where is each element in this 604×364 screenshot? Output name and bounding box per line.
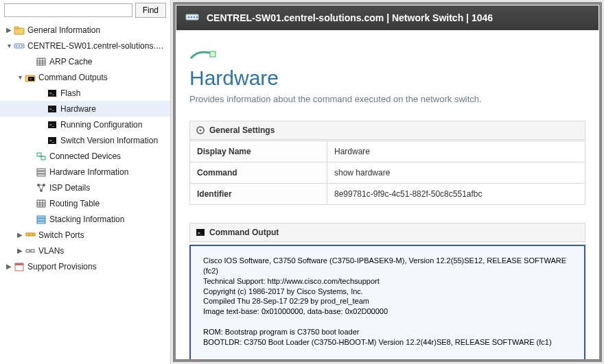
command-output-text: Cisco IOS Software, C3750 Software (C375… [189,245,585,362]
chevron-right-icon[interactable]: ▶ [4,263,14,270]
svg-point-54 [196,16,198,18]
tree-label: Connected Devices [49,151,167,161]
rack-icon [36,167,47,178]
table-row: Identifier 8e99781c-9f9c-4c51-882f-50c8c… [190,184,585,205]
switch-icon [185,10,200,25]
svg-rect-22 [37,153,41,156]
content-body: Hardware Provides information about the … [176,31,599,362]
tree-item-running-config[interactable]: >_ Running Configuration [0,117,170,132]
svg-text:>_: >_ [198,231,203,235]
svg-rect-45 [26,250,30,252]
tree-item-stacking-info[interactable]: Stacking Information [0,211,170,227]
folder-icon [14,25,25,36]
kv-value: show hardware [327,162,585,184]
svg-text:>_: >_ [49,138,55,143]
find-button[interactable]: Find [135,3,166,18]
svg-point-4 [19,45,20,47]
kv-value: Hardware [327,141,585,162]
tree-label: CENTREL-SW01.centrel-solutions.com [27,41,167,51]
tree-item-switch-version[interactable]: >_ Switch Version Information [0,132,170,148]
tree-item-routing-table[interactable]: Routing Table [0,195,170,211]
gear-icon [196,125,205,135]
svg-rect-40 [37,219,45,221]
page-header-title: CENTREL-SW01.centrel-solutions.com | Net… [207,12,493,23]
tree-item-vlans[interactable]: ▶ VLANs [0,243,170,258]
tree-label: Command Outputs [38,73,167,82]
tree-item-isp-details[interactable]: ISP Details [0,180,170,195]
tree-item-switch-ports[interactable]: ▶ Switch Ports [0,227,170,243]
tree-label: Hardware Information [49,167,167,177]
nav-tree: ▶ General Information ▾ CENTREL-SW01.cen… [0,22,170,364]
svg-rect-39 [37,216,45,218]
svg-text:>: > [30,77,32,81]
chevron-down-icon[interactable]: ▾ [4,42,14,49]
tree-label: Switch Ports [38,230,167,240]
svg-rect-34 [37,200,45,207]
svg-rect-1 [14,27,19,29]
chevron-right-icon[interactable]: ▶ [4,26,14,34]
tree-item-support-provisions[interactable]: ▶ Support Provisions [0,258,170,274]
tree-item-general-information[interactable]: ▶ General Information [0,22,170,38]
tree-item-connected-devices[interactable]: Connected Devices [0,148,170,164]
table-row: Command show hardware [190,162,585,184]
tree-label: ISP Details [49,183,167,193]
chevron-down-icon[interactable]: ▾ [15,73,25,81]
tree-label: Hardware [60,104,167,114]
network-icon [36,182,47,193]
switch-icon [14,40,25,51]
tree-item-host[interactable]: ▾ CENTREL-SW01.centrel-solutions.com [0,38,170,53]
content-scroll[interactable]: CENTREL-SW01.centrel-solutions.com | Net… [173,2,602,362]
svg-point-5 [21,45,23,47]
section-label: Command Output [209,228,279,237]
tree-label: Running Configuration [60,120,167,130]
tree-item-arp-cache[interactable]: ARP Cache [0,53,170,69]
tree-label: General Information [27,25,167,35]
search-input[interactable] [4,3,132,17]
terminal-icon: >_ [196,228,205,237]
search-row: Find [0,0,170,22]
content-area: CENTREL-SW01.centrel-solutions.com | Net… [171,0,604,364]
svg-rect-26 [37,171,45,173]
terminal-folder-icon: > [25,72,36,83]
svg-point-51 [188,16,189,18]
svg-rect-55 [210,51,216,57]
svg-rect-44 [33,233,35,236]
terminal-icon: >_ [47,119,58,130]
kv-key: Command [190,162,327,184]
svg-rect-49 [15,263,23,265]
svg-rect-46 [31,250,34,252]
tree-label: VLANs [38,246,167,256]
tree-item-hardware-info[interactable]: Hardware Information [0,164,170,180]
svg-rect-43 [30,233,32,236]
section-general-settings: General Settings [189,121,585,140]
calendar-icon [14,261,25,272]
tree-label: Flash [60,88,167,98]
svg-text:>_: >_ [49,107,55,111]
svg-rect-27 [37,174,45,176]
table-icon [36,198,47,209]
svg-point-53 [194,16,195,18]
tree-item-hardware[interactable]: >_ Hardware [0,101,170,117]
page-subtitle: Provides information about the command e… [189,94,585,104]
chevron-right-icon[interactable]: ▶ [15,247,25,254]
chevron-right-icon[interactable]: ▶ [15,231,25,239]
kv-key: Identifier [190,184,327,205]
svg-text:>_: >_ [49,91,55,95]
tree-item-command-outputs[interactable]: ▾ > Command Outputs [0,69,170,85]
tree-label: ARP Cache [49,57,167,66]
terminal-icon: >_ [47,104,58,114]
svg-text:>_: >_ [49,123,55,127]
kv-value: 8e99781c-9f9c-4c51-882f-50c8c551afbc [327,184,585,205]
svg-point-3 [16,45,17,47]
section-label: General Settings [209,125,275,135]
svg-rect-25 [37,169,45,171]
svg-rect-6 [37,58,45,65]
tree-item-flash[interactable]: >_ Flash [0,85,170,101]
svg-point-52 [191,16,192,18]
svg-point-57 [200,130,202,132]
terminal-icon: >_ [47,135,58,146]
table-icon [36,56,47,67]
tree-label: Stacking Information [49,215,167,224]
svg-line-32 [38,185,41,191]
general-settings-table: Display Name Hardware Command show hardw… [189,141,585,205]
